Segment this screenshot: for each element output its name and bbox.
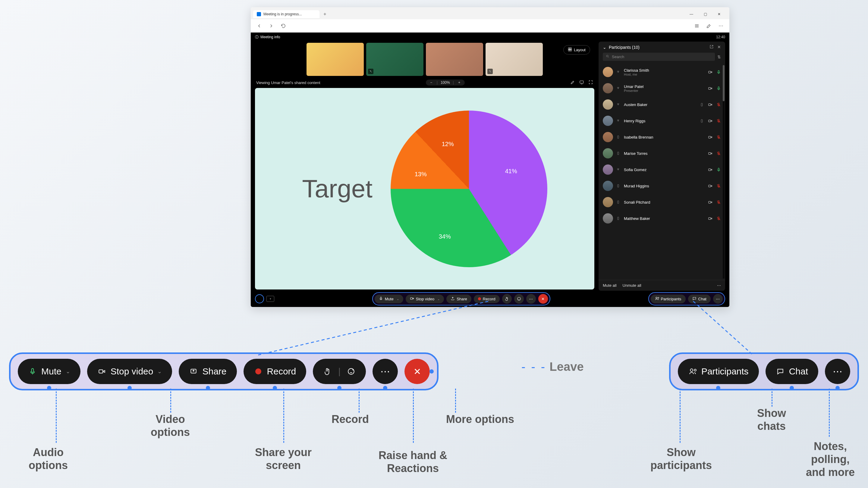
camera-icon[interactable]	[708, 119, 712, 123]
participant-row[interactable]: Murad Higgins	[598, 178, 725, 194]
browser-toolbar: ⋯	[251, 19, 730, 33]
callout-line	[283, 389, 284, 443]
fullscreen-icon[interactable]	[588, 80, 593, 86]
participant-row[interactable]: Clarissa SmithHost, me	[598, 64, 725, 80]
camera-icon[interactable]	[708, 167, 712, 172]
participant-row[interactable]: Henry Riggs	[598, 113, 725, 129]
scrollbar-thumb[interactable]	[723, 65, 724, 101]
mic-status-icon[interactable]	[716, 135, 721, 139]
mic-status-icon[interactable]	[716, 119, 721, 123]
cc-button[interactable]: ▾	[267, 296, 274, 302]
camera-icon[interactable]	[708, 151, 712, 156]
participant-row[interactable]: Marise Torres	[598, 145, 725, 161]
participant-row[interactable]: Isabella Brennan	[598, 129, 725, 145]
participant-row[interactable]: Sofia Gomez	[598, 161, 725, 178]
refresh-button[interactable]	[278, 21, 288, 31]
participant-row[interactable]: Matthew Baker	[598, 210, 725, 227]
camera-icon[interactable]	[708, 184, 712, 188]
new-tab-button[interactable]: +	[321, 10, 329, 19]
participant-info: Marise Torres	[624, 151, 705, 156]
chat-icon	[776, 367, 785, 376]
zoom-in-button[interactable]: +	[457, 80, 462, 85]
app-logo[interactable]	[255, 294, 264, 303]
popout-icon[interactable]	[710, 44, 714, 50]
participant-status-icons	[708, 70, 721, 74]
participant-status-icons	[708, 167, 721, 172]
chevron-down-icon[interactable]: ⌄	[603, 45, 607, 50]
share-button[interactable]: Share	[446, 295, 471, 303]
mute-button[interactable]: Mute ⌄	[375, 295, 403, 303]
stop-video-button[interactable]: Stop video ⌄	[406, 295, 444, 303]
svg-rect-1	[570, 48, 572, 50]
participant-row[interactable]: Austen Baker	[598, 96, 725, 113]
reactions-button[interactable]	[514, 294, 524, 304]
participant-video-1[interactable]	[307, 43, 364, 76]
browser-tab[interactable]: Meeting is in progress...	[253, 10, 319, 18]
panel-more-button[interactable]: ⋯	[713, 294, 723, 304]
big-raise-reactions-button[interactable]: |	[313, 359, 366, 384]
participant-video-3[interactable]	[426, 43, 483, 76]
mic-status-icon[interactable]	[716, 167, 721, 172]
big-more-button[interactable]: ⋯	[373, 359, 398, 384]
big-record-button[interactable]: Record	[244, 359, 307, 384]
big-mute-button[interactable]: Mute ⌄	[18, 359, 81, 384]
sort-button[interactable]: ⇅	[717, 55, 721, 59]
search-input[interactable]: Search	[603, 53, 715, 61]
edit-icon[interactable]	[704, 21, 714, 31]
unmute-all-button[interactable]: Unmute all	[623, 283, 641, 288]
participant-row[interactable]: Umar PatelPresenter	[598, 80, 725, 96]
zoom-out-button[interactable]: −	[429, 80, 434, 85]
big-leave-button[interactable]: ✕	[404, 359, 430, 384]
screen-icon[interactable]	[579, 80, 584, 86]
camera-icon[interactable]	[708, 200, 712, 204]
minimize-button[interactable]: —	[685, 10, 698, 19]
camera-icon[interactable]	[708, 102, 712, 107]
mic-status-icon[interactable]	[716, 184, 721, 188]
mic-status-icon[interactable]	[716, 200, 721, 204]
meeting-info-label[interactable]: Meeting info	[260, 35, 280, 39]
back-button[interactable]	[254, 21, 264, 31]
maximize-button[interactable]: ▢	[699, 10, 712, 19]
big-stop-video-button[interactable]: Stop video ⌄	[87, 359, 173, 384]
more-options-button[interactable]: ⋯	[526, 294, 536, 304]
big-panel-more-button[interactable]: ⋯	[825, 359, 850, 384]
media-controls-highlight: Mute ⌄ Stop video ⌄ Share Record	[372, 292, 550, 305]
layout-button[interactable]: Layout	[563, 45, 590, 55]
participant-row[interactable]: Sonali Pitchard	[598, 194, 725, 210]
camera-icon[interactable]	[708, 135, 712, 139]
chevron-down-icon[interactable]: ⌄	[66, 368, 70, 375]
big-share-button[interactable]: Share	[179, 359, 237, 384]
mic-status-icon[interactable]	[716, 216, 721, 221]
participant-status-icons	[708, 216, 721, 221]
mic-status-icon[interactable]	[716, 102, 721, 107]
big-participants-button[interactable]: Participants	[678, 359, 759, 384]
raise-hand-button[interactable]	[502, 294, 512, 304]
chevron-down-icon[interactable]: ⌄	[397, 297, 399, 301]
panel-more-icon[interactable]: ⋯	[717, 283, 721, 288]
chevron-down-icon[interactable]: ⌄	[437, 297, 440, 301]
chat-button[interactable]: Chat	[688, 295, 711, 303]
chevron-down-icon[interactable]: ⌄	[157, 368, 162, 375]
record-button[interactable]: Record	[474, 295, 500, 303]
participant-list: Clarissa SmithHost, meUmar PatelPresente…	[598, 64, 725, 280]
close-window-button[interactable]: ✕	[712, 10, 726, 19]
participant-status-icons	[708, 151, 721, 156]
participant-video-2[interactable]	[366, 43, 424, 76]
more-icon[interactable]: ⋯	[716, 21, 726, 31]
close-panel-icon[interactable]: ✕	[717, 44, 721, 50]
leave-button[interactable]: ✕	[538, 294, 548, 304]
info-icon[interactable]: ⓘ	[255, 35, 258, 40]
mic-status-icon[interactable]	[716, 151, 721, 156]
big-chat-button[interactable]: Chat	[766, 359, 818, 384]
menu-icon[interactable]	[692, 21, 702, 31]
annotate-icon[interactable]	[570, 80, 575, 86]
camera-icon[interactable]	[708, 70, 712, 74]
participant-video-4[interactable]	[486, 43, 543, 76]
camera-icon[interactable]	[708, 216, 712, 221]
mic-status-icon[interactable]	[716, 70, 721, 74]
camera-icon[interactable]	[708, 86, 712, 91]
participants-button[interactable]: Participants	[651, 295, 686, 303]
forward-button[interactable]	[267, 21, 276, 31]
mute-all-button[interactable]: Mute all	[603, 283, 617, 288]
mic-status-icon[interactable]	[716, 86, 721, 91]
